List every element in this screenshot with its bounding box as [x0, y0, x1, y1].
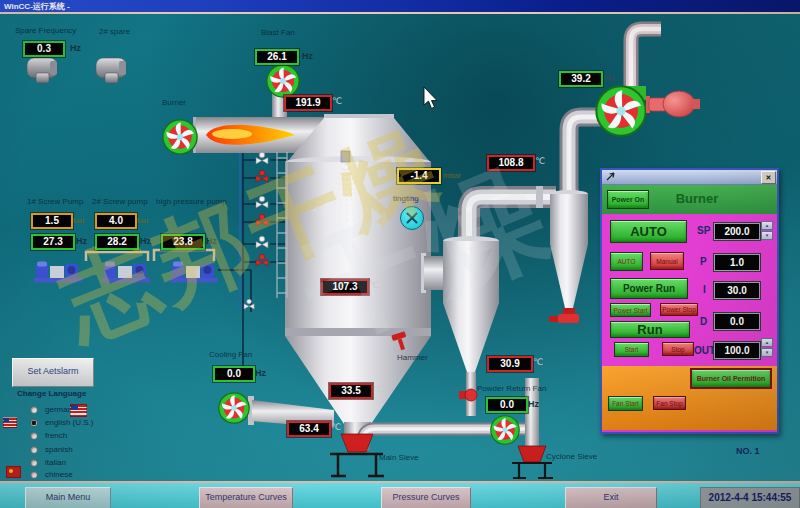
d-value-field[interactable]: 0.0 [714, 313, 760, 330]
blast-fan-label: Blast Fan [261, 28, 295, 37]
set-alarm-button[interactable]: Set Aetslarm [12, 358, 94, 387]
panel-arrow-icon [605, 171, 616, 182]
pump2-pressure-unit: bar [137, 216, 149, 225]
blast-fan-freq-readout: 26.1 [255, 49, 299, 65]
auto-mode-button[interactable]: AUTO [610, 220, 687, 243]
radio-chinese[interactable] [30, 471, 38, 479]
pump2-freq-readout: 28.2 [95, 234, 139, 250]
cyclone-sieve-label: Cyclone Sieve [546, 452, 597, 461]
inlet-temp-unit: ℃ [332, 96, 342, 106]
sp-spinner-up[interactable]: ▲ [761, 221, 773, 230]
pressure-curves-button[interactable]: Pressure Curves [381, 487, 471, 508]
cyclone1-rotary-valve [459, 389, 477, 401]
main-menu-button[interactable]: Main Menu [25, 487, 111, 508]
bottom-navigation-bar: Main Menu Temperature Curves Pressure Cu… [0, 481, 800, 508]
radio-spanish[interactable] [30, 446, 38, 454]
fan-stop-button[interactable]: Fan Stop [653, 396, 686, 410]
inlet-temp-readout: 191.9 [284, 95, 332, 111]
language-label: italian [45, 458, 66, 467]
us-flag-icon [70, 404, 87, 417]
burner-control-panel: ✕ Power On Burner AUTO SP 200.0 ▲ ▼ AUTO… [600, 168, 779, 434]
cyclone-inlet-temp-readout: 108.8 [487, 155, 535, 171]
radio-italian[interactable] [30, 459, 38, 467]
panel-title: Burner [642, 191, 752, 206]
p-label: P [700, 256, 707, 267]
sp-label: SP [697, 225, 710, 236]
pump2-pressure-readout: 4.0 [95, 213, 137, 229]
sp-value-field[interactable]: 200.0 [714, 223, 760, 240]
out-spinner-down[interactable]: ▼ [761, 348, 773, 357]
screw-pump-2-icon [102, 262, 150, 283]
radio-french[interactable] [30, 432, 38, 440]
sp-spinner-down[interactable]: ▼ [761, 231, 773, 240]
pump2-label: 2# Screw pump [92, 197, 148, 206]
pump1-label: 1# Screw Pump [27, 197, 83, 206]
tower-outlet-temp-unit: ℃ [369, 280, 379, 290]
power-start-button[interactable]: Power Start [610, 303, 651, 317]
manual-button[interactable]: Manual [650, 252, 684, 270]
main-sieve-label: Main Sieve [379, 453, 419, 462]
cyclone-cone-temp-unit: ℃ [533, 357, 543, 367]
panel-header: Power On Burner [602, 185, 777, 214]
temperature-curves-button[interactable]: Temperature Curves [199, 487, 293, 508]
spare-motor-2-icon [96, 58, 126, 83]
powder-return-fan-label: Powder Return Fan [477, 384, 546, 393]
out-spinner-up[interactable]: ▲ [761, 338, 773, 347]
nozzle-status-icon [400, 206, 424, 230]
cooling-fan-freq-unit: Hz [255, 368, 266, 378]
language-label: english (U.S.) [45, 418, 93, 427]
main-sieve-discharge [330, 434, 384, 476]
manifold-valves [244, 152, 268, 309]
panel-orange-section: Burner Oil Permition Fan Start Fan Stop [602, 366, 777, 430]
cone-temp1-unit: ℃ [373, 384, 383, 394]
cyclone-sieve-discharge [512, 446, 553, 478]
radio-english[interactable] [30, 419, 38, 427]
auto-small-button[interactable]: AUTO [610, 252, 643, 271]
cooling-fan-label: Cooling Fan [209, 350, 252, 359]
panel-titlebar[interactable]: ✕ [602, 170, 777, 185]
pump-pipes [86, 250, 214, 261]
cooling-fan-icon [219, 393, 249, 423]
fan-start-button[interactable]: Fan Start [608, 396, 643, 411]
valve-manifold-lines [218, 150, 286, 376]
language-label: german [45, 405, 72, 414]
language-option-spanish[interactable]: spanish [30, 444, 73, 455]
i-label: I [703, 284, 706, 295]
tower-vacuum-readout: -1.4 [397, 168, 441, 184]
out-spinner: ▲ ▼ [761, 338, 773, 358]
power-stop-button[interactable]: Power Stop [660, 303, 698, 316]
language-label: french [45, 431, 67, 440]
language-option-chinese[interactable]: chinese [30, 469, 73, 480]
cyclone-inlet-temp-unit: ℃ [535, 156, 545, 166]
language-option-italian[interactable]: italian [30, 457, 66, 468]
us-flag-small-icon [3, 417, 17, 428]
screw-pump-1-icon [34, 262, 82, 283]
exit-button[interactable]: Exit [565, 487, 657, 508]
radio-german[interactable] [30, 406, 38, 414]
p-value-field[interactable]: 1.0 [714, 254, 760, 271]
power-run-button[interactable]: Power Run [610, 278, 688, 299]
spare-frequency-label: Spare Frequency [15, 26, 76, 35]
pump3-label: high pressure pump [156, 197, 227, 206]
pump1-freq-readout: 27.3 [31, 234, 75, 250]
run-button[interactable]: Run [610, 321, 690, 338]
stop-button[interactable]: Stop [662, 342, 694, 356]
tower-to-cyclone-pipe [424, 256, 446, 290]
panel-close-button[interactable]: ✕ [761, 171, 776, 184]
pump3-freq-unit: Hz [206, 236, 217, 246]
red-blower-icon [646, 91, 700, 117]
start-button[interactable]: Start [614, 342, 649, 357]
language-label: spanish [45, 445, 73, 454]
out-value-field[interactable]: 100.0 [714, 342, 760, 359]
language-option-german[interactable]: german [30, 404, 72, 415]
language-option-english[interactable]: english (U.S.) [30, 417, 93, 428]
cone-temp2-readout: 63.4 [287, 421, 331, 437]
nozzle-label: tingting [393, 194, 419, 203]
language-option-french[interactable]: french [30, 430, 67, 441]
burner-oil-permission-button[interactable]: Burner Oil Permition [690, 368, 772, 389]
i-value-field[interactable]: 30.0 [714, 282, 760, 299]
cyclone2-discharge-valve [549, 308, 579, 323]
tower-outlet-temp-readout: 107.3 [321, 279, 369, 295]
spare-motor-1-icon [27, 58, 57, 83]
datetime-display: 2012-4-4 15:44:55 [700, 487, 800, 508]
